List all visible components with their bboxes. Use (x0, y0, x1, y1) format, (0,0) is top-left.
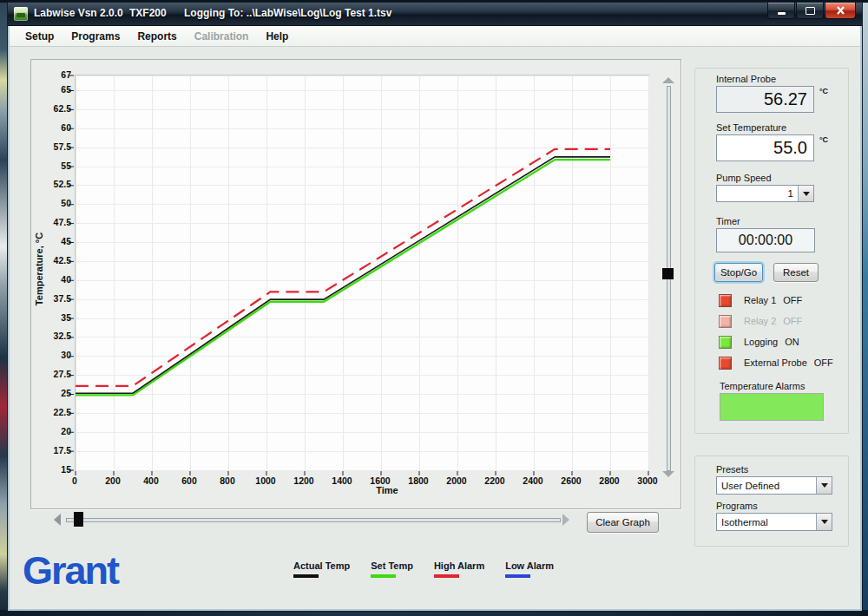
menu-reports[interactable]: Reports (128, 28, 185, 45)
stop-go-button[interactable]: Stop/Go (714, 263, 763, 282)
chevron-down-icon (821, 520, 828, 524)
indicator-name: Logging (744, 337, 778, 347)
y-tick-label: 40 (61, 274, 71, 285)
x-tick-label: 800 (220, 475, 235, 486)
x-tick-label: 2600 (561, 475, 581, 486)
x-tick-label: 0 (72, 475, 77, 486)
menu-setup[interactable]: Setup (16, 28, 62, 45)
y-tick-label: 55 (61, 161, 71, 171)
programs-value: Isothermal (717, 514, 816, 530)
led-icon (719, 357, 732, 370)
legend-swatch (434, 574, 459, 578)
y-tick-label: 27.5 (54, 369, 71, 379)
legend-swatch (505, 574, 530, 578)
minimize-icon (778, 12, 786, 15)
chevron-down-icon (803, 192, 810, 196)
close-icon (836, 6, 845, 15)
chevron-down-icon (821, 483, 828, 488)
temperature-plot (75, 75, 649, 471)
indicator-relay-1: Relay 1OFF (719, 290, 840, 311)
app-icon (14, 7, 28, 21)
x-tick-label: 600 (181, 475, 197, 486)
window-controls (766, 3, 856, 19)
programs-label: Programs (716, 501, 758, 511)
x-tick-label: 400 (143, 475, 159, 486)
indicator-name: External Probe (744, 357, 807, 368)
desktop: Labwise Vsn 2.0.0 TXF200 Logging To: ..\… (0, 0, 868, 616)
title-bar[interactable]: Labwise Vsn 2.0.0 TXF200 Logging To: ..\… (8, 3, 862, 26)
x-tick-label: 2000 (446, 475, 466, 486)
y-tick-label: 50 (61, 198, 71, 208)
pump-speed-dropdown-button[interactable] (798, 186, 813, 201)
y-tick-label: 67 (61, 69, 71, 80)
set-temperature-unit: °C (819, 135, 828, 144)
legend-item-high-alarm: High Alarm (434, 560, 484, 578)
y-tick-label: 32.5 (54, 331, 71, 341)
indicator-name: Relay 2 (744, 316, 776, 326)
clear-graph-button[interactable]: Clear Graph (587, 512, 659, 533)
close-button[interactable] (825, 3, 856, 19)
y-tick-label: 65 (61, 84, 71, 95)
y-tick-label: 25 (61, 388, 71, 398)
pump-speed-value: 1 (717, 186, 798, 201)
y-tick-label: 20 (61, 426, 71, 436)
y-tick-label: 52.5 (54, 179, 71, 189)
y-tick-label: 45 (61, 236, 71, 246)
indicator-state: ON (785, 337, 799, 347)
window-title-device: TXF200 (129, 7, 167, 19)
legend-swatch (371, 574, 396, 578)
vertical-slider-up-arrow[interactable] (662, 77, 674, 83)
x-tick-label: 2400 (523, 475, 542, 486)
x-tick-label: 3000 (637, 475, 657, 486)
window-title-app: Labwise Vsn 2.0.0 (34, 7, 123, 19)
legend-label: Actual Temp (293, 560, 350, 571)
vertical-slider-thumb[interactable] (662, 268, 674, 279)
legend-label: Set Temp (371, 560, 413, 571)
legend-label: High Alarm (434, 560, 484, 571)
horizontal-slider-right-arrow[interactable] (562, 514, 569, 526)
pump-speed-label: Pump Speed (716, 173, 772, 183)
menu-programs[interactable]: Programs (62, 28, 128, 45)
indicator-relay-2: Relay 2OFF (719, 311, 840, 331)
presets-groupbox: Presets User Defined Programs Isothermal (694, 455, 849, 547)
internal-probe-value: 56.27 (716, 86, 814, 113)
temperature-alarms-status-box (720, 393, 824, 421)
horizontal-slider-thumb[interactable] (74, 512, 83, 527)
programs-select[interactable]: Isothermal (716, 513, 832, 531)
menu-help[interactable]: Help (257, 28, 297, 45)
pump-speed-select[interactable]: 1 (716, 185, 814, 202)
menu-calibration: Calibration (186, 28, 258, 45)
control-groupbox: Internal Probe 56.27 °C Set Temperature … (694, 68, 849, 434)
maximize-button[interactable] (796, 3, 824, 19)
presets-select[interactable]: User Defined (716, 476, 832, 495)
horizontal-slider-track[interactable] (66, 518, 561, 522)
reset-button[interactable]: Reset (773, 263, 819, 282)
y-tick-label: 37.5 (54, 293, 71, 304)
plot-canvas (76, 75, 648, 470)
x-tick-label: 2200 (484, 475, 504, 486)
x-tick-label: 1200 (293, 475, 313, 486)
indicator-state: OFF (814, 357, 833, 368)
minimize-button[interactable] (767, 3, 795, 19)
indicator-external-probe: External ProbeOFF (719, 352, 840, 373)
window-title-logging-path: Logging To: ..\LabWise\Log\Log Test 1.ts… (184, 7, 391, 19)
y-tick-label: 35 (61, 312, 71, 323)
chart-panel: Temperature, °C 1517.52022.52527.53032.5… (30, 59, 681, 509)
presets-value: User Defined (717, 477, 816, 494)
set-temperature-input[interactable]: 55.0 (716, 134, 814, 161)
horizontal-slider-left-arrow[interactable] (54, 514, 61, 526)
timer-label: Timer (716, 216, 740, 226)
led-icon (719, 315, 732, 328)
timer-value: 00:00:00 (716, 228, 815, 252)
y-tick-label: 17.5 (54, 445, 71, 455)
x-tick-label: 1000 (255, 475, 275, 486)
presets-dropdown-button[interactable] (816, 477, 832, 494)
programs-dropdown-button[interactable] (816, 514, 832, 530)
grant-logo: Grant (23, 548, 118, 593)
y-tick-label: 22.5 (54, 407, 71, 417)
vertical-slider-down-arrow[interactable] (662, 471, 674, 477)
y-tick-label: 42.5 (54, 255, 71, 265)
x-axis-title: Time (335, 485, 439, 495)
set-temperature-label: Set Temperature (716, 122, 786, 133)
y-tick-label: 30 (61, 350, 71, 360)
